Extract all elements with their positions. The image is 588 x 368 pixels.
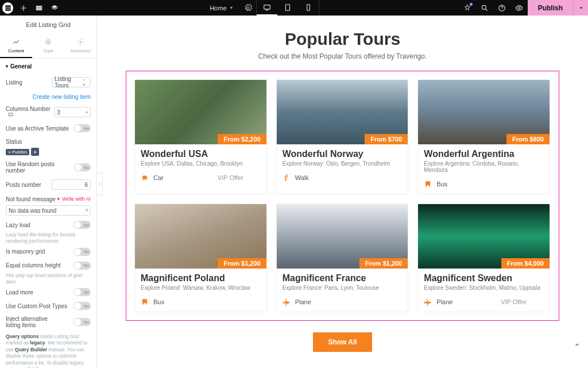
page-selector-label: Home [210, 5, 226, 12]
card-title: Wonderful Argentina [424, 149, 544, 159]
create-listing-link[interactable]: Create new listing item [33, 94, 91, 100]
transport-label: Walk [295, 174, 309, 181]
card-subtitle: Explore Poland: Warsaw, Krakow, Wroclaw [141, 285, 261, 291]
notfound-label: Not found message [6, 196, 56, 202]
notifications-icon[interactable] [459, 0, 476, 16]
svg-rect-2 [307, 4, 310, 10]
random-toggle[interactable]: No [74, 163, 91, 171]
query-note: Query options inside Listing Grid marked… [6, 334, 91, 368]
card-title: Wonderful Norway [283, 149, 403, 159]
listing-select[interactable]: Listing Tours× ▾ [52, 77, 91, 87]
tour-card[interactable]: From $1,200 Magnificent Poland Explore P… [134, 204, 267, 312]
card-subtitle: Explore USA: Dallas, Chicago, Brooklyn [141, 160, 261, 167]
device-desktop[interactable] [257, 0, 277, 16]
lazy-hint: Lazy load the listing for boosts renderi… [6, 232, 91, 245]
archive-label: Use as Archive Template [6, 125, 69, 132]
price-tag: From $1,200 [359, 258, 408, 269]
archive-toggle[interactable]: No [74, 124, 91, 132]
loadmore-toggle[interactable]: No [74, 288, 91, 296]
svg-rect-0 [264, 5, 270, 9]
tour-card[interactable]: From $700 Wonderful Norway Explore Norwa… [276, 79, 409, 194]
masonry-toggle[interactable]: No [74, 248, 91, 256]
card-image: From $800 [418, 80, 550, 144]
card-subtitle: Explore Norway: Oslo, Bergen, Trondheim [283, 160, 403, 167]
vip-badge: VIP Offer [218, 174, 243, 181]
custompt-toggle[interactable]: No [74, 302, 91, 310]
tab-style[interactable]: Style [32, 34, 64, 58]
structure-icon[interactable] [31, 0, 47, 16]
card-subtitle: Explore France: Paris, Lyon, Toulouse [283, 285, 403, 291]
card-image: From $1,200 [277, 204, 408, 269]
postsnum-label: Posts number [6, 182, 41, 188]
scroll-top-button[interactable] [573, 340, 581, 351]
sidebar-title: Edit Listing Grid [0, 16, 96, 34]
tab-advanced[interactable]: Advanced [64, 34, 96, 58]
status-add[interactable]: + [31, 148, 39, 156]
publish-dropdown[interactable] [573, 0, 588, 16]
transport-label: Plane [436, 298, 452, 305]
columns-select[interactable]: 3▾ [54, 107, 91, 117]
page-title: Popular Tours [97, 29, 588, 49]
write-ai-link[interactable]: ✦ Write with AI [56, 196, 91, 202]
collapse-sidebar[interactable] [97, 172, 103, 195]
status-label: Status [6, 139, 22, 145]
logo-icon[interactable] [0, 0, 16, 16]
card-subtitle: Explore Argentina: Córdoba, Rosario, Men… [424, 160, 544, 173]
eqcols-label: Equal columns height [6, 262, 61, 269]
dynamic-icon[interactable]: ≡ [86, 207, 88, 213]
loadmore-label: Load more [6, 289, 33, 296]
eqcols-toggle[interactable]: No [74, 262, 91, 270]
tab-content[interactable]: Content [0, 34, 32, 58]
tour-card[interactable]: From $2,200 Wonderful USA Explore USA: D… [134, 79, 267, 194]
preview-icon[interactable] [510, 0, 528, 16]
inject-toggle[interactable]: No [74, 318, 91, 326]
responsive-icon[interactable] [8, 112, 13, 118]
vip-badge: VIP Offer [501, 298, 527, 305]
svg-point-8 [80, 41, 82, 43]
lazy-label: Lazy load [6, 222, 30, 228]
device-tablet[interactable] [277, 0, 298, 16]
bus-icon [424, 180, 432, 188]
transport-label: Car [153, 174, 164, 181]
card-image: From $700 [277, 80, 408, 144]
layers-icon[interactable] [47, 0, 62, 16]
tour-card[interactable]: From $4,000 Magnificent Sweden Explore S… [417, 204, 550, 312]
columns-label: Columns Number [6, 106, 54, 118]
listing-grid-widget[interactable]: From $2,200 Wonderful USA Explore USA: D… [126, 71, 559, 321]
plane-icon [424, 298, 432, 306]
card-image: From $4,000 [418, 204, 550, 269]
random-label: Use Random posts number [6, 161, 74, 174]
lazy-toggle[interactable]: No [74, 221, 91, 229]
price-tag: From $700 [365, 134, 408, 144]
search-icon[interactable] [476, 0, 493, 16]
settings-icon[interactable] [241, 0, 256, 16]
publish-button[interactable]: Publish [528, 0, 573, 16]
status-badge[interactable]: × Publish [6, 149, 29, 155]
custompt-label: Use Custom Post Types [6, 303, 67, 309]
show-all-button[interactable]: Show All [313, 332, 372, 352]
price-tag: From $1,200 [218, 258, 266, 269]
tour-card[interactable]: From $800 Wonderful Argentina Explore Ar… [417, 79, 550, 194]
device-mobile[interactable] [298, 0, 319, 16]
inject-label: Inject alternative listing items [6, 316, 63, 328]
walk-icon [283, 174, 291, 182]
transport-label: Bus [436, 181, 447, 187]
svg-point-7 [48, 41, 49, 43]
card-title: Magnificent France [283, 273, 403, 283]
svg-rect-9 [9, 113, 13, 116]
notfound-input[interactable] [6, 205, 91, 216]
tour-card[interactable]: From $1,200 Magnificent France Explore F… [276, 204, 409, 312]
svg-rect-1 [285, 4, 289, 10]
card-title: Magnificent Sweden [424, 273, 544, 283]
eqcols-hint: Fits only top level sections of grid ite… [6, 273, 91, 286]
help-icon[interactable] [493, 0, 510, 16]
page-selector[interactable]: Home ▾ [202, 5, 240, 12]
price-tag: From $2,200 [218, 134, 266, 144]
postsnum-input[interactable] [52, 179, 91, 190]
add-icon[interactable] [16, 0, 31, 16]
car-icon [141, 174, 149, 182]
section-general[interactable]: General [0, 59, 96, 74]
notification-badge [470, 3, 473, 6]
svg-point-5 [518, 7, 520, 9]
svg-point-3 [482, 5, 486, 9]
